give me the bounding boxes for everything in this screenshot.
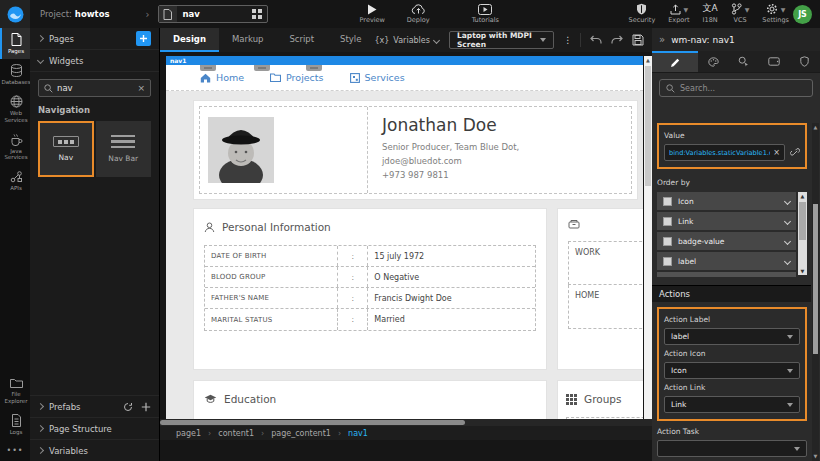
order-by-item-icon[interactable]: Icon — [657, 192, 796, 210]
sidebar-item-logs[interactable]: Logs — [0, 409, 30, 440]
prefabs-section-header[interactable]: Prefabs — [30, 395, 159, 417]
drag-handle[interactable] — [200, 65, 216, 71]
nav-item-services[interactable]: Services — [350, 72, 405, 83]
page-name-input[interactable]: nav — [177, 9, 252, 19]
property-search-input[interactable]: Search... — [659, 79, 813, 97]
more-options-icon[interactable]: ••• — [0, 440, 30, 461]
scroll-up-icon[interactable]: ▲ — [801, 192, 805, 200]
scrollbar-thumb[interactable] — [799, 202, 806, 240]
tab-markup[interactable]: Markup — [219, 28, 276, 52]
breadcrumb-item[interactable]: page1 — [176, 429, 201, 438]
i18n-button[interactable]: 文A I18N — [703, 4, 718, 24]
table-row[interactable]: BLOOD GROUP : O Negative — [205, 267, 535, 288]
table-row[interactable]: FATHER'S NAME : Francis Dwight Doe — [205, 288, 535, 309]
tutorials-button[interactable]: Tutorials — [472, 4, 499, 24]
chevron-down-icon[interactable] — [784, 197, 791, 204]
nav-item-projects[interactable]: Projects — [270, 72, 323, 83]
tab-security[interactable] — [789, 51, 820, 72]
order-by-item-link[interactable]: Link — [657, 212, 796, 230]
order-by-scrollbar[interactable]: ▲ ▼ — [798, 192, 807, 275]
table-row[interactable]: MARITAL STATUS : Married — [205, 309, 535, 330]
panel-scrollbar[interactable]: ▲ ▼ — [812, 123, 819, 461]
checkbox[interactable] — [663, 257, 672, 266]
tab-events[interactable] — [728, 51, 759, 72]
personal-info-card[interactable]: Personal Information DATE OF BIRTH : 15 … — [194, 209, 546, 369]
settings-button[interactable]: ▼ Settings — [762, 4, 789, 24]
deploy-button[interactable]: Deploy — [407, 4, 430, 24]
refresh-icon[interactable] — [123, 402, 133, 412]
chevron-down-icon[interactable] — [784, 257, 791, 264]
profile-card[interactable]: Jonathan Doe Senior Producer, Team Blue … — [194, 101, 637, 199]
scrollbar-thumb[interactable] — [645, 66, 651, 186]
checkbox[interactable] — [663, 197, 672, 206]
tab-properties[interactable] — [652, 51, 698, 72]
widget-tile-nav[interactable]: Nav — [38, 121, 94, 177]
breadcrumb-item-current[interactable]: nav1 — [348, 429, 368, 438]
preview-button[interactable]: Preview — [360, 4, 385, 24]
add-page-button[interactable] — [136, 31, 151, 46]
widget-search-input[interactable]: nav × — [38, 79, 151, 97]
variables-section-header[interactable]: Variables — [30, 439, 159, 461]
clear-binding-icon[interactable]: × — [773, 148, 780, 157]
breadcrumb-item[interactable]: page_content1 — [271, 429, 331, 438]
scrollbar-thumb[interactable] — [813, 204, 818, 354]
sidebar-item-databases[interactable]: Databases — [0, 59, 30, 90]
table-row[interactable]: DATE OF BIRTH : 15 july 1972 — [205, 246, 535, 267]
wavemaker-logo-icon[interactable] — [0, 0, 30, 28]
drag-handle[interactable] — [306, 65, 322, 71]
page-grid-icon[interactable] — [252, 9, 262, 19]
redo-button[interactable] — [611, 35, 623, 45]
checkbox[interactable] — [663, 237, 672, 246]
value-binding-input[interactable]: bind:Variables.staticVariable1.dataSet × — [664, 144, 785, 161]
variables-dropdown[interactable]: {x} Variables — [374, 36, 438, 45]
panel-expand-icon[interactable]: » — [659, 34, 665, 45]
sidebar-item-file-explorer[interactable]: File Explorer — [0, 373, 30, 409]
tab-design[interactable]: Design — [160, 28, 219, 52]
table-row[interactable]: HOME — [568, 285, 643, 329]
sidebar-item-pages[interactable]: Pages — [0, 28, 30, 59]
drag-handle[interactable] — [254, 65, 270, 71]
add-prefab-icon[interactable] — [141, 402, 151, 412]
tab-script[interactable]: Script — [276, 28, 327, 52]
order-by-item-label-field[interactable]: label — [657, 252, 796, 270]
page-selector[interactable]: nav — [158, 5, 268, 23]
actions-section-header[interactable]: Actions — [652, 285, 811, 302]
canvas-horizontal-scrollbar[interactable] — [160, 419, 652, 426]
tab-device[interactable] — [759, 51, 790, 72]
action-label-select[interactable]: label — [664, 328, 800, 345]
selected-widget-tag[interactable]: nav1 — [166, 56, 643, 65]
user-avatar[interactable]: JS — [793, 5, 812, 24]
chevron-down-icon[interactable] — [784, 217, 791, 224]
device-selector[interactable]: Laptop with MDPI Screen — [449, 31, 554, 49]
clear-search-icon[interactable]: × — [137, 83, 145, 93]
canvas-vertical-scrollbar[interactable]: ▲ — [644, 56, 652, 440]
action-link-select[interactable]: Link — [664, 396, 800, 413]
breadcrumb-item[interactable]: content1 — [218, 429, 254, 438]
kebab-menu-icon[interactable]: ⋮ — [563, 35, 572, 45]
save-button[interactable] — [632, 34, 644, 46]
page-structure-section-header[interactable]: Page Structure — [30, 417, 159, 439]
scroll-up-icon[interactable]: ▲ — [814, 123, 818, 132]
widget-tile-navbar[interactable]: Nav Bar — [96, 121, 152, 177]
order-by-item-badge-value[interactable]: badge-value — [657, 232, 796, 250]
sidebar-item-java-services[interactable]: Java Services — [0, 128, 30, 166]
pages-section-header[interactable]: Pages — [30, 28, 159, 50]
vcs-button[interactable]: ▼ VCS — [731, 4, 750, 24]
export-button[interactable]: ▼ Export — [668, 4, 689, 24]
scroll-up-icon[interactable]: ▲ — [644, 56, 652, 64]
action-task-select[interactable] — [657, 440, 807, 457]
sidebar-item-web-services[interactable]: Web Services — [0, 90, 30, 128]
contact-card[interactable]: WORK HOME — [558, 209, 643, 369]
sidebar-item-apis[interactable]: APIs — [0, 165, 30, 196]
checkbox[interactable] — [663, 217, 672, 226]
scroll-down-icon[interactable]: ▼ — [801, 267, 805, 275]
action-icon-select[interactable]: Icon — [664, 362, 800, 379]
chevron-down-icon[interactable] — [784, 237, 791, 244]
bind-link-icon[interactable] — [790, 148, 800, 158]
security-button[interactable]: Security — [629, 4, 656, 24]
scroll-down-icon[interactable]: ▼ — [814, 452, 818, 461]
nav-widget[interactable]: Home Projects Services — [166, 65, 643, 91]
nav-item-home[interactable]: Home — [200, 72, 244, 83]
scrollbar-thumb[interactable] — [160, 420, 465, 425]
table-row[interactable]: WORK — [568, 241, 643, 285]
